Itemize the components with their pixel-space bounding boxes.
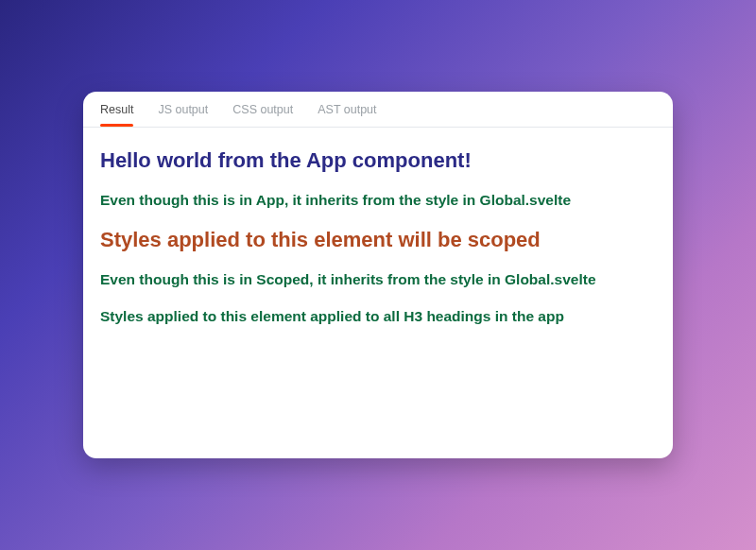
scoped-subtext: Even though this is in Scoped, it inheri…: [100, 269, 656, 290]
app-heading: Hello world from the App component!: [100, 148, 656, 173]
result-content: Hello world from the App component! Even…: [83, 128, 673, 458]
output-panel: Result JS output CSS output AST output H…: [83, 92, 673, 458]
app-subtext: Even though this is in App, it inherits …: [100, 190, 656, 211]
tab-css-output[interactable]: CSS output: [232, 103, 293, 126]
tab-js-output[interactable]: JS output: [158, 103, 208, 126]
scoped-heading: Styles applied to this element will be s…: [100, 228, 656, 252]
tab-bar: Result JS output CSS output AST output: [83, 92, 673, 128]
tab-ast-output[interactable]: AST output: [318, 103, 376, 126]
global-subtext: Styles applied to this element applied t…: [100, 306, 656, 327]
tab-result[interactable]: Result: [100, 103, 133, 126]
